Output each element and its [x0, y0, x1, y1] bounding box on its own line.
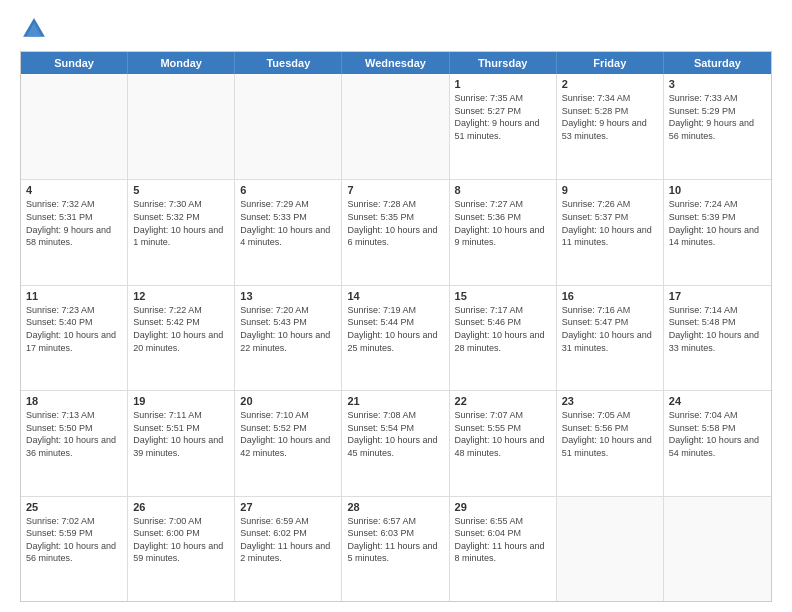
day-cell-15: 15Sunrise: 7:17 AM Sunset: 5:46 PM Dayli… [450, 286, 557, 390]
day-cell-empty [664, 497, 771, 601]
day-info: Sunrise: 7:19 AM Sunset: 5:44 PM Dayligh… [347, 304, 443, 354]
day-info: Sunrise: 7:11 AM Sunset: 5:51 PM Dayligh… [133, 409, 229, 459]
day-cell-7: 7Sunrise: 7:28 AM Sunset: 5:35 PM Daylig… [342, 180, 449, 284]
header-day-wednesday: Wednesday [342, 52, 449, 74]
calendar-body: 1Sunrise: 7:35 AM Sunset: 5:27 PM Daylig… [21, 74, 771, 601]
logo [20, 15, 52, 43]
day-info: Sunrise: 7:23 AM Sunset: 5:40 PM Dayligh… [26, 304, 122, 354]
day-number: 4 [26, 184, 122, 196]
day-cell-18: 18Sunrise: 7:13 AM Sunset: 5:50 PM Dayli… [21, 391, 128, 495]
day-number: 19 [133, 395, 229, 407]
day-cell-25: 25Sunrise: 7:02 AM Sunset: 5:59 PM Dayli… [21, 497, 128, 601]
day-info: Sunrise: 7:22 AM Sunset: 5:42 PM Dayligh… [133, 304, 229, 354]
day-info: Sunrise: 7:07 AM Sunset: 5:55 PM Dayligh… [455, 409, 551, 459]
day-info: Sunrise: 7:05 AM Sunset: 5:56 PM Dayligh… [562, 409, 658, 459]
day-cell-11: 11Sunrise: 7:23 AM Sunset: 5:40 PM Dayli… [21, 286, 128, 390]
logo-icon [20, 15, 48, 43]
day-number: 13 [240, 290, 336, 302]
day-cell-4: 4Sunrise: 7:32 AM Sunset: 5:31 PM Daylig… [21, 180, 128, 284]
day-cell-5: 5Sunrise: 7:30 AM Sunset: 5:32 PM Daylig… [128, 180, 235, 284]
calendar-row-1: 1Sunrise: 7:35 AM Sunset: 5:27 PM Daylig… [21, 74, 771, 179]
day-number: 29 [455, 501, 551, 513]
day-info: Sunrise: 7:17 AM Sunset: 5:46 PM Dayligh… [455, 304, 551, 354]
day-info: Sunrise: 7:35 AM Sunset: 5:27 PM Dayligh… [455, 92, 551, 142]
header-day-monday: Monday [128, 52, 235, 74]
day-info: Sunrise: 6:57 AM Sunset: 6:03 PM Dayligh… [347, 515, 443, 565]
day-info: Sunrise: 7:28 AM Sunset: 5:35 PM Dayligh… [347, 198, 443, 248]
day-number: 20 [240, 395, 336, 407]
day-number: 28 [347, 501, 443, 513]
day-cell-14: 14Sunrise: 7:19 AM Sunset: 5:44 PM Dayli… [342, 286, 449, 390]
day-cell-empty [235, 74, 342, 179]
day-number: 9 [562, 184, 658, 196]
day-cell-empty [342, 74, 449, 179]
day-cell-13: 13Sunrise: 7:20 AM Sunset: 5:43 PM Dayli… [235, 286, 342, 390]
calendar-row-4: 18Sunrise: 7:13 AM Sunset: 5:50 PM Dayli… [21, 390, 771, 495]
day-info: Sunrise: 7:04 AM Sunset: 5:58 PM Dayligh… [669, 409, 766, 459]
day-number: 25 [26, 501, 122, 513]
day-cell-6: 6Sunrise: 7:29 AM Sunset: 5:33 PM Daylig… [235, 180, 342, 284]
day-number: 3 [669, 78, 766, 90]
day-info: Sunrise: 7:13 AM Sunset: 5:50 PM Dayligh… [26, 409, 122, 459]
day-number: 16 [562, 290, 658, 302]
day-info: Sunrise: 7:10 AM Sunset: 5:52 PM Dayligh… [240, 409, 336, 459]
day-info: Sunrise: 7:29 AM Sunset: 5:33 PM Dayligh… [240, 198, 336, 248]
header-day-sunday: Sunday [21, 52, 128, 74]
day-number: 22 [455, 395, 551, 407]
day-info: Sunrise: 6:55 AM Sunset: 6:04 PM Dayligh… [455, 515, 551, 565]
day-number: 24 [669, 395, 766, 407]
page: SundayMondayTuesdayWednesdayThursdayFrid… [0, 0, 792, 612]
calendar-row-5: 25Sunrise: 7:02 AM Sunset: 5:59 PM Dayli… [21, 496, 771, 601]
day-info: Sunrise: 7:26 AM Sunset: 5:37 PM Dayligh… [562, 198, 658, 248]
day-number: 18 [26, 395, 122, 407]
day-number: 21 [347, 395, 443, 407]
day-number: 11 [26, 290, 122, 302]
day-cell-20: 20Sunrise: 7:10 AM Sunset: 5:52 PM Dayli… [235, 391, 342, 495]
calendar-row-3: 11Sunrise: 7:23 AM Sunset: 5:40 PM Dayli… [21, 285, 771, 390]
day-cell-23: 23Sunrise: 7:05 AM Sunset: 5:56 PM Dayli… [557, 391, 664, 495]
header-day-saturday: Saturday [664, 52, 771, 74]
day-number: 26 [133, 501, 229, 513]
day-number: 1 [455, 78, 551, 90]
day-number: 8 [455, 184, 551, 196]
day-info: Sunrise: 6:59 AM Sunset: 6:02 PM Dayligh… [240, 515, 336, 565]
day-number: 17 [669, 290, 766, 302]
day-cell-8: 8Sunrise: 7:27 AM Sunset: 5:36 PM Daylig… [450, 180, 557, 284]
day-cell-19: 19Sunrise: 7:11 AM Sunset: 5:51 PM Dayli… [128, 391, 235, 495]
day-cell-28: 28Sunrise: 6:57 AM Sunset: 6:03 PM Dayli… [342, 497, 449, 601]
day-info: Sunrise: 7:34 AM Sunset: 5:28 PM Dayligh… [562, 92, 658, 142]
day-info: Sunrise: 7:33 AM Sunset: 5:29 PM Dayligh… [669, 92, 766, 142]
day-cell-21: 21Sunrise: 7:08 AM Sunset: 5:54 PM Dayli… [342, 391, 449, 495]
day-info: Sunrise: 7:16 AM Sunset: 5:47 PM Dayligh… [562, 304, 658, 354]
day-number: 2 [562, 78, 658, 90]
day-info: Sunrise: 7:24 AM Sunset: 5:39 PM Dayligh… [669, 198, 766, 248]
day-info: Sunrise: 7:02 AM Sunset: 5:59 PM Dayligh… [26, 515, 122, 565]
day-number: 12 [133, 290, 229, 302]
day-info: Sunrise: 7:00 AM Sunset: 6:00 PM Dayligh… [133, 515, 229, 565]
day-info: Sunrise: 7:14 AM Sunset: 5:48 PM Dayligh… [669, 304, 766, 354]
day-cell-3: 3Sunrise: 7:33 AM Sunset: 5:29 PM Daylig… [664, 74, 771, 179]
header [20, 15, 772, 43]
day-number: 6 [240, 184, 336, 196]
day-number: 5 [133, 184, 229, 196]
day-number: 7 [347, 184, 443, 196]
day-cell-24: 24Sunrise: 7:04 AM Sunset: 5:58 PM Dayli… [664, 391, 771, 495]
day-cell-17: 17Sunrise: 7:14 AM Sunset: 5:48 PM Dayli… [664, 286, 771, 390]
header-day-thursday: Thursday [450, 52, 557, 74]
day-cell-1: 1Sunrise: 7:35 AM Sunset: 5:27 PM Daylig… [450, 74, 557, 179]
calendar-header: SundayMondayTuesdayWednesdayThursdayFrid… [21, 52, 771, 74]
header-day-friday: Friday [557, 52, 664, 74]
day-cell-empty [21, 74, 128, 179]
day-info: Sunrise: 7:32 AM Sunset: 5:31 PM Dayligh… [26, 198, 122, 248]
day-number: 14 [347, 290, 443, 302]
calendar: SundayMondayTuesdayWednesdayThursdayFrid… [20, 51, 772, 602]
day-cell-29: 29Sunrise: 6:55 AM Sunset: 6:04 PM Dayli… [450, 497, 557, 601]
day-info: Sunrise: 7:27 AM Sunset: 5:36 PM Dayligh… [455, 198, 551, 248]
day-cell-10: 10Sunrise: 7:24 AM Sunset: 5:39 PM Dayli… [664, 180, 771, 284]
day-cell-empty [557, 497, 664, 601]
day-info: Sunrise: 7:08 AM Sunset: 5:54 PM Dayligh… [347, 409, 443, 459]
day-cell-9: 9Sunrise: 7:26 AM Sunset: 5:37 PM Daylig… [557, 180, 664, 284]
day-info: Sunrise: 7:20 AM Sunset: 5:43 PM Dayligh… [240, 304, 336, 354]
day-number: 23 [562, 395, 658, 407]
day-cell-12: 12Sunrise: 7:22 AM Sunset: 5:42 PM Dayli… [128, 286, 235, 390]
